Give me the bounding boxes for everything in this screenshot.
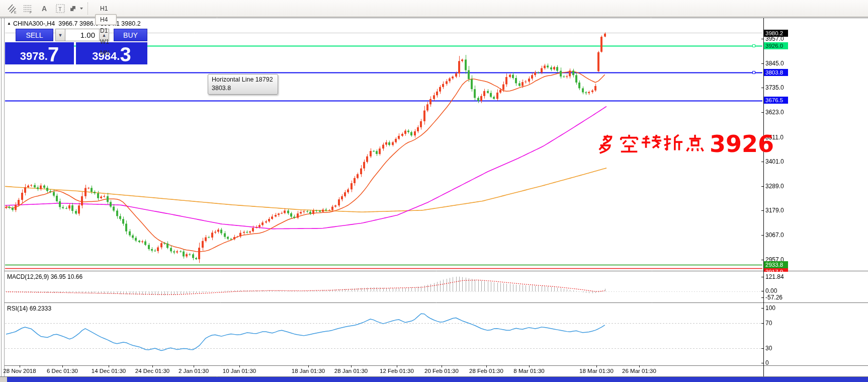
- tf-button-w1[interactable]: W1: [95, 36, 117, 47]
- text-label-icon[interactable]: T: [52, 2, 68, 15]
- svg-text:F: F: [30, 11, 32, 14]
- fibonacci-grid-icon[interactable]: F: [20, 2, 36, 15]
- tooltip-line-name: Horizontal Line 18792: [212, 75, 273, 84]
- glyph-kong: [619, 132, 640, 156]
- bottom-left-corner: [0, 377, 7, 382]
- rsi-indicator-label: RSI(14) 69.2333: [7, 305, 51, 312]
- sell-price-main: 3978: [20, 51, 45, 62]
- text-icon[interactable]: A: [36, 2, 52, 15]
- macd-indicator-label: MACD(12,26,9) 36.95 10.66: [7, 273, 82, 280]
- annotation-number: 3926: [710, 132, 774, 156]
- arrow-style-icon[interactable]: [68, 2, 84, 15]
- timeframe-group: M1M5M15M30H1H4D1W1MN: [94, 0, 118, 58]
- chinese-annotation: 3926: [596, 132, 774, 156]
- sell-button[interactable]: SELL: [16, 29, 53, 41]
- sell-price-big-digit: 7: [48, 46, 59, 63]
- collapse-arrow-icon[interactable]: ▲: [7, 21, 11, 26]
- buy-price-big-digit: 3: [120, 46, 131, 63]
- tf-button-h1[interactable]: H1: [95, 3, 117, 14]
- tf-button-h4[interactable]: H4: [95, 14, 117, 25]
- svg-text:T: T: [58, 6, 62, 12]
- glyph-zhuan: [641, 132, 662, 156]
- top-toolbar: E F A T M1M5M15M30H1H4D1W1MN: [0, 0, 868, 17]
- toolbar-separator: [88, 3, 90, 15]
- tf-button-d1[interactable]: D1: [95, 25, 117, 36]
- svg-text:E: E: [14, 11, 17, 14]
- tf-button-mn[interactable]: MN: [95, 47, 117, 58]
- chart-title: ▲CHINA300-,H4 3966.7 3986.0 3964.1 3980.…: [7, 20, 141, 27]
- tf-button-m30[interactable]: M30: [95, 0, 117, 3]
- bottom-window-strip: [0, 377, 868, 382]
- equidistant-channel-icon[interactable]: E: [4, 2, 20, 15]
- sell-price-panel[interactable]: 3978.7: [5, 42, 74, 64]
- glyph-zhe: [663, 132, 684, 156]
- horizontal-line-tooltip: Horizontal Line 18792 3803.8: [208, 74, 278, 95]
- symbol-period: CHINA300-,H4: [13, 20, 55, 27]
- tooltip-line-price: 3803.8: [212, 84, 273, 93]
- volume-decrease-button[interactable]: ▼: [55, 29, 65, 41]
- glyph-duo: [596, 132, 618, 156]
- glyph-dian: [685, 132, 706, 156]
- buy-button[interactable]: BUY: [114, 29, 147, 41]
